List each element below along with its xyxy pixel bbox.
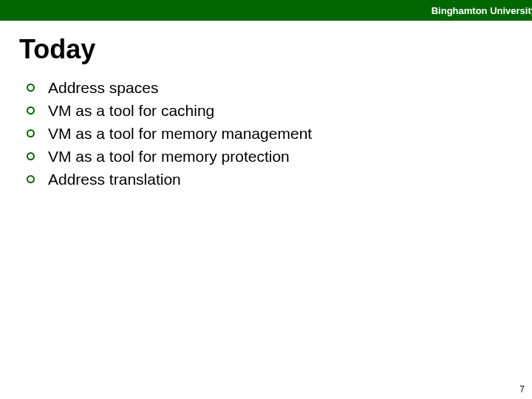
bullet-text: VM as a tool for memory protection bbox=[48, 147, 290, 167]
list-item: VM as a tool for memory protection bbox=[27, 147, 532, 167]
bullet-icon bbox=[27, 129, 35, 137]
list-item: Address spaces bbox=[27, 78, 532, 98]
list-item: VM as a tool for caching bbox=[27, 101, 532, 121]
institution-label: Binghamton University bbox=[432, 5, 532, 16]
bullet-icon bbox=[27, 175, 35, 183]
bullet-icon bbox=[27, 152, 35, 160]
bullet-text: Address spaces bbox=[48, 78, 158, 98]
page-number: 7 bbox=[519, 384, 525, 395]
slide: Binghamton University Today Address spac… bbox=[0, 0, 532, 399]
bullet-icon bbox=[27, 83, 35, 92]
bullet-icon bbox=[27, 106, 35, 115]
header-bar: Binghamton University bbox=[0, 0, 532, 21]
bullet-text: Address translation bbox=[48, 170, 181, 190]
list-item: Address translation bbox=[27, 170, 532, 190]
list-item: VM as a tool for memory management bbox=[27, 124, 532, 144]
bullet-text: VM as a tool for caching bbox=[48, 101, 214, 121]
bullet-text: VM as a tool for memory management bbox=[48, 124, 312, 144]
slide-title: Today bbox=[19, 34, 532, 65]
bullet-list: Address spaces VM as a tool for caching … bbox=[27, 78, 532, 189]
